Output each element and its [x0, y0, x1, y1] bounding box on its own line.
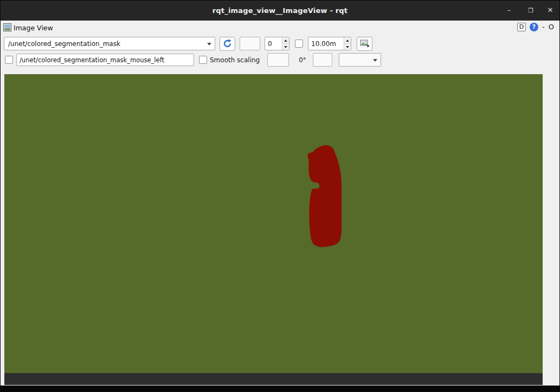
spinner-arrows[interactable] — [282, 37, 289, 50]
gridlines-spinbox[interactable]: 0 — [265, 37, 289, 50]
smooth-scaling-label: Smooth scaling — [210, 56, 260, 64]
minimize-button[interactable]: – — [504, 6, 514, 14]
max-range-spinbox[interactable]: 10.00m — [308, 37, 351, 50]
app-window: rqt_image_view__ImageView - rqt – ❐ ✕ Im… — [0, 0, 560, 392]
dock-collapse-button[interactable]: - — [542, 23, 545, 31]
topic-select[interactable]: /unet/colored_segmentation_mask — [4, 37, 215, 50]
smooth-scaling-checkbox[interactable] — [199, 56, 207, 64]
dock-buttons: D ? - O — [517, 23, 554, 31]
spin-up-icon[interactable] — [344, 37, 351, 43]
chevron-down-icon — [207, 43, 211, 45]
publish-click-checkbox[interactable] — [5, 56, 13, 64]
mouse-topic-input[interactable] — [16, 54, 194, 66]
plugin-area: Image View D ? - O /unet/colored_segment… — [1, 21, 559, 386]
dynamic-range-checkbox[interactable] — [295, 40, 303, 48]
toolbar-row-2: Smooth scaling 0° — [5, 53, 381, 67]
segmentation-mask — [308, 145, 342, 247]
zoom-1-button[interactable] — [240, 37, 260, 50]
save-image-icon — [360, 39, 369, 48]
spin-down-icon[interactable] — [344, 43, 351, 50]
dock-header: Image View D ? - O — [1, 21, 559, 35]
max-range-value: 10.00m — [308, 37, 344, 50]
dock-float-button[interactable]: O — [549, 23, 554, 31]
maximize-button[interactable]: ❐ — [525, 7, 536, 14]
rotation-label: 0° — [299, 56, 306, 64]
refresh-icon — [223, 39, 232, 48]
refresh-topics-button[interactable] — [220, 37, 235, 51]
rotate-right-field[interactable] — [313, 53, 332, 67]
color-scheme-combo[interactable] — [339, 53, 381, 67]
dock-d-button[interactable]: D — [517, 23, 526, 31]
spin-down-icon[interactable] — [282, 43, 289, 50]
spin-up-icon[interactable] — [282, 37, 289, 43]
close-button[interactable]: ✕ — [545, 6, 556, 14]
rotate-left-field[interactable] — [267, 53, 289, 67]
segmentation-image — [4, 74, 543, 385]
topic-select-value: /unet/colored_segmentation_mask — [8, 40, 120, 48]
image-background — [4, 74, 543, 373]
save-image-button[interactable] — [357, 37, 372, 51]
spinner-arrows[interactable] — [344, 37, 351, 50]
window-titlebar[interactable]: rqt_image_view__ImageView - rqt – ❐ ✕ — [1, 1, 559, 21]
window-title: rqt_image_view__ImageView - rqt — [1, 6, 559, 15]
image-display-area[interactable] — [4, 74, 543, 385]
image-view-icon — [3, 23, 11, 31]
chevron-down-icon — [373, 59, 377, 62]
dock-title: Image View — [14, 24, 53, 32]
help-icon[interactable]: ? — [530, 23, 538, 31]
toolbar-row-1: /unet/colored_segmentation_mask 0 10.00 — [4, 36, 372, 51]
gridlines-value: 0 — [265, 37, 282, 50]
